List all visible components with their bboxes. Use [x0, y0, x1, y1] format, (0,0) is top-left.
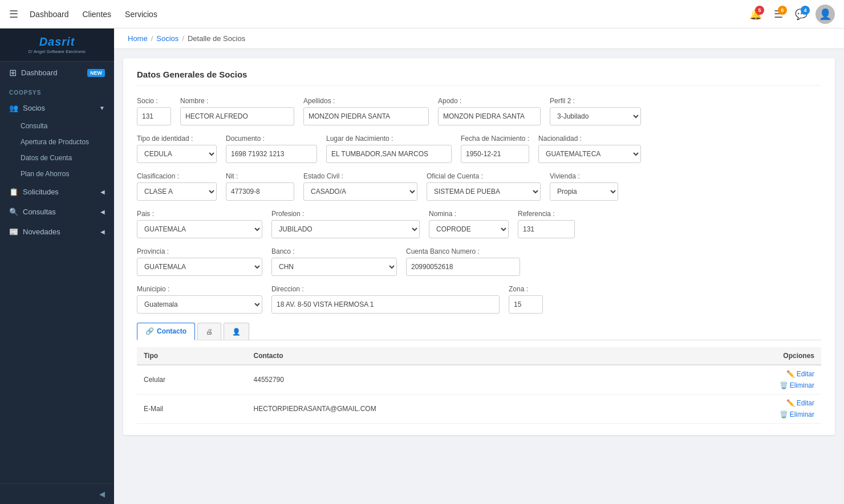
tab-user[interactable]: 👤 [224, 323, 249, 340]
sidebar-group-solicitudes[interactable]: 📋 Solicitudes ◀ [0, 182, 114, 202]
novedades-arrow-icon: ◀ [100, 229, 105, 235]
nit-input[interactable] [226, 182, 294, 201]
oficial-cuenta-select[interactable]: SISTEMA DE PUEBA [427, 182, 541, 201]
socio-input[interactable] [137, 107, 171, 125]
nacionalidad-group: Nacionalidad : GUATEMALTECA [538, 135, 641, 163]
row1-edit-label: Editar [797, 370, 814, 378]
tipo-identidad-select[interactable]: CEDULA [137, 145, 217, 163]
nav-clientes[interactable]: Clientes [83, 10, 112, 19]
sidebar-sub-datos-cuenta[interactable]: Datos de Cuenta [0, 150, 114, 166]
row2-edit-label: Editar [797, 399, 814, 407]
row1-delete-button[interactable]: 🗑️ Eliminar [780, 381, 814, 389]
hamburger-menu[interactable]: ☰ [9, 8, 18, 21]
sidebar-sub-plan-ahorros[interactable]: Plan de Ahorros [0, 166, 114, 182]
breadcrumb: Home / Socios / Detalle de Socios [114, 29, 844, 49]
table-header-row: Tipo Contacto Opciones [137, 347, 821, 365]
nombre-input[interactable] [180, 107, 294, 125]
perfil2-select[interactable]: 3-Jubilado [550, 107, 641, 125]
dashboard-icon: ⊞ [9, 67, 17, 78]
bell-badge: 5 [755, 6, 764, 15]
zona-group: Zona : [509, 285, 543, 314]
notification-chat[interactable]: 💬 4 [793, 6, 810, 23]
nacionalidad-select[interactable]: GUATEMALTECA [538, 145, 641, 163]
municipio-select[interactable]: Guatemala [137, 295, 262, 314]
row1-actions: ✏️ Editar 🗑️ Eliminar [677, 370, 814, 389]
cuenta-banco-input[interactable] [406, 258, 520, 276]
documento-group: Documento : [226, 135, 317, 163]
solicitudes-arrow-icon: ◀ [100, 189, 105, 195]
user-avatar[interactable]: 👤 [815, 5, 835, 24]
avatar-icon: 👤 [819, 8, 831, 21]
lugar-nacimiento-input[interactable] [326, 145, 452, 163]
sidebar: Dasrit D' Angel Software Electronic ⊞ Da… [0, 29, 114, 504]
profesion-select[interactable]: JUBILADO [271, 220, 420, 238]
col-opciones: Opciones [670, 347, 821, 365]
row2-delete-button[interactable]: 🗑️ Eliminar [780, 410, 814, 418]
nomina-select[interactable]: COPRODE [429, 220, 509, 238]
sidebar-sub-consulta[interactable]: Consulta [0, 118, 114, 134]
sidebar-item-dashboard[interactable]: ⊞ Dashboard NEW [0, 62, 114, 84]
contacto-tab-icon: 🔗 [145, 327, 154, 335]
apodo-input[interactable] [438, 107, 541, 125]
nav-dashboard[interactable]: Dashboard [30, 10, 69, 19]
banco-select[interactable]: CHN [271, 258, 397, 276]
row2-actions: ✏️ Editar 🗑️ Eliminar [677, 399, 814, 418]
documento-label: Documento : [226, 135, 317, 143]
row2-delete-label: Eliminar [790, 410, 814, 418]
vivienda-select[interactable]: Propia [550, 182, 618, 201]
tipo-identidad-group: Tipo de identidad : CEDULA [137, 135, 217, 163]
notification-bell[interactable]: 🔔 5 [747, 6, 764, 23]
tab-contacto[interactable]: 🔗 Contacto [137, 323, 195, 340]
apellidos-input[interactable] [303, 107, 429, 125]
fecha-nacimiento-label: Fecha de Nacimiento : [461, 135, 529, 143]
profesion-group: Profesion : JUBILADO [271, 210, 420, 238]
sidebar-logo: Dasrit D' Angel Software Electronic [0, 29, 114, 62]
pais-group: Pais : GUATEMALA [137, 210, 262, 238]
consultas-label: Consultas [23, 208, 56, 216]
pais-label: Pais : [137, 210, 262, 218]
estado-civil-group: Estado Civil : CASADO/A [303, 172, 417, 201]
breadcrumb-socios[interactable]: Socios [156, 34, 178, 43]
tab-print[interactable]: 🖨 [197, 323, 221, 340]
clasificacion-label: Clasificacion : [137, 172, 217, 180]
edit-icon: ✏️ [786, 370, 795, 378]
referencia-input[interactable] [518, 220, 575, 238]
breadcrumb-sep1: / [151, 34, 153, 43]
zona-input[interactable] [509, 295, 543, 314]
breadcrumb-home[interactable]: Home [128, 34, 148, 43]
estado-civil-select[interactable]: CASADO/A [303, 182, 417, 201]
lugar-nacimiento-label: Lugar de Nacimiento : [326, 135, 452, 143]
clasificacion-select[interactable]: CLASE A [137, 182, 217, 201]
cuenta-banco-label: Cuenta Banco Numero : [406, 247, 520, 255]
nav-right: 🔔 5 ☰ 6 💬 4 👤 [747, 5, 835, 24]
provincia-select[interactable]: GUATEMALA [137, 258, 262, 276]
estado-civil-label: Estado Civil : [303, 172, 417, 180]
row1-tipo: Celular [137, 365, 247, 395]
pais-select[interactable]: GUATEMALA [137, 220, 262, 238]
fecha-nacimiento-input[interactable] [461, 145, 529, 163]
sidebar-collapse-btn[interactable]: ◀ [0, 483, 114, 504]
sidebar-group-consultas[interactable]: 🔍 Consultas ◀ [0, 202, 114, 222]
documento-input[interactable] [226, 145, 317, 163]
form-row-2: Tipo de identidad : CEDULA Documento : L… [137, 135, 821, 163]
chat-badge: 4 [801, 6, 810, 15]
consultas-icon: 🔍 [9, 208, 18, 216]
socios-icon: 👥 [9, 104, 18, 112]
row2-edit-button[interactable]: ✏️ Editar [786, 399, 814, 407]
dashboard-new-badge: NEW [87, 69, 105, 77]
table-row: E-Mail HECTORPIEDRASANTA@GMAIL.COM ✏️ Ed… [137, 395, 821, 424]
sidebar-group-socios[interactable]: 👥 Socios ▼ [0, 98, 114, 118]
referencia-group: Referencia : [518, 210, 575, 238]
sidebar-group-novedades[interactable]: 📰 Novedades ◀ [0, 222, 114, 242]
contacto-tab-label: Contacto [157, 327, 186, 335]
row1-edit-button[interactable]: ✏️ Editar [786, 370, 814, 378]
notification-list[interactable]: ☰ 6 [770, 6, 787, 23]
row2-opciones: ✏️ Editar 🗑️ Eliminar [670, 395, 821, 424]
card-title: Datos Generales de Socios [137, 70, 821, 86]
clasificacion-group: Clasificacion : CLASE A [137, 172, 217, 201]
sidebar-sub-apertura[interactable]: Apertura de Productos [0, 134, 114, 150]
direccion-input[interactable] [271, 295, 500, 314]
delete2-icon: 🗑️ [780, 410, 788, 418]
nav-servicios[interactable]: Servicios [125, 10, 157, 19]
form-row-5: Provincia : GUATEMALA Banco : CHN Cuenta… [137, 247, 821, 276]
